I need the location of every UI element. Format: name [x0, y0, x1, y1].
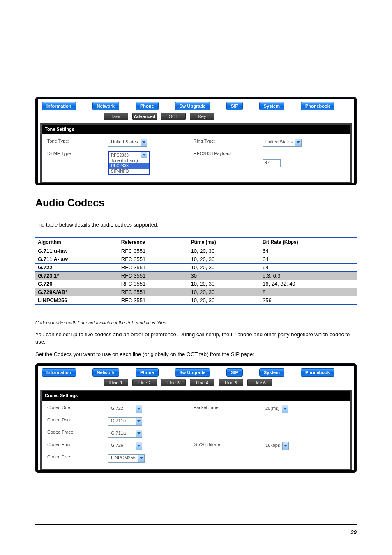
tab-sip[interactable]: SIP	[226, 102, 243, 110]
label-codec-three: Codec Three:	[47, 430, 105, 438]
subtab-line5[interactable]: Line 5	[219, 379, 243, 386]
tab-phonebook[interactable]: Phonebook	[301, 102, 334, 110]
chevron-down-icon	[136, 405, 142, 413]
subtab-line2[interactable]: Line 2	[132, 379, 157, 386]
select-ring-type[interactable]: United States	[263, 139, 302, 147]
select-codec-three[interactable]: G.711a	[108, 430, 142, 438]
chevron-down-icon	[295, 139, 301, 146]
tab-phone[interactable]: Phone	[136, 102, 159, 110]
chevron-down-icon	[141, 139, 147, 146]
tab-phonebook[interactable]: Phonebook	[301, 368, 334, 377]
th-bitrate: Bit Rate (Kbps)	[260, 237, 357, 247]
table-row: G.723.1* RFC 3551 30 5.3, 6.3	[35, 271, 357, 280]
select-g726-bitrate-value: 16kbps	[263, 442, 282, 450]
select-tone-type-value: United States	[108, 139, 141, 146]
table-row: LINPCM256 RFC 3551 10, 20, 30 256	[35, 296, 357, 305]
tone-settings-screenshot: Information Network Phone Sw Upgrade SIP…	[35, 97, 357, 185]
select-codec-five-value: LINPCM256	[108, 455, 138, 462]
select-g726-bitrate[interactable]: 16kbps	[263, 442, 289, 450]
select-codec-one[interactable]: G.722	[108, 405, 142, 413]
subtab-line6[interactable]: Line 6	[247, 379, 272, 386]
subtab-line3[interactable]: Line 3	[161, 379, 186, 386]
text-codec-body1: You can select up to five codecs and an …	[35, 331, 357, 345]
table-row: G.729A/AB* RFC 3551 10, 20, 30 8	[35, 288, 357, 296]
label-rfc2833-payload: RFC2833 Payload:	[194, 151, 259, 175]
th-ptime: Ptime (ms)	[188, 237, 260, 247]
select-codec-four-value: G.726	[108, 442, 136, 450]
label-dtmf-type: DTMF Type:	[47, 151, 105, 175]
table-row: G.726 RFC 3551 10, 20, 30 16, 24, 32, 40	[35, 280, 357, 288]
select-packet-time-value: 20(ms)	[263, 405, 282, 413]
label-tone-type: Tone Type:	[47, 139, 105, 147]
text-codec-body2: Set the Codecs you want to use on each l…	[35, 351, 357, 358]
subtab-line4[interactable]: Line 4	[190, 379, 214, 386]
label-packet-time: Packet Time:	[194, 405, 259, 413]
select-codec-two[interactable]: G.711u	[108, 417, 142, 426]
chevron-down-icon	[282, 442, 288, 450]
select-codec-four[interactable]: G.726	[108, 442, 142, 450]
chevron-down-icon	[136, 430, 142, 437]
input-rfc2833-payload[interactable]: 97	[263, 159, 281, 167]
tab-system[interactable]: System	[259, 102, 284, 110]
tab-information[interactable]: Information	[42, 102, 76, 110]
table-row: G.722 RFC 3551 10, 20, 30 64	[35, 263, 357, 271]
text-audio-intro: The table below details the audio codecs…	[35, 221, 357, 229]
chevron-down-icon	[138, 455, 144, 462]
tab-network[interactable]: Network	[92, 368, 119, 377]
page-footer-rule	[35, 524, 357, 525]
select-codec-one-value: G.722	[108, 405, 136, 413]
subtab-oct[interactable]: OCT	[161, 113, 186, 120]
label-ring-type: Ring Type:	[194, 139, 259, 147]
table-row: G.711 A-law RFC 3551 10, 20, 30 64	[35, 255, 357, 263]
th-algorithm: Algorithm	[35, 237, 119, 247]
select-codec-three-value: G.711a	[108, 430, 136, 437]
dtmf-option[interactable]: Tone (In Band)	[109, 158, 149, 163]
select-codec-five[interactable]: LINPCM256	[108, 454, 145, 462]
label-g726-bitrate: G.726 Bitrate:	[194, 442, 259, 450]
tab-sw-upgrade[interactable]: Sw Upgrade	[175, 368, 210, 377]
subtab-basic[interactable]: Basic	[104, 113, 128, 120]
chevron-down-icon	[136, 418, 142, 425]
tab-sw-upgrade[interactable]: Sw Upgrade	[175, 102, 210, 110]
chevron-down-icon	[141, 152, 147, 158]
select-dtmf-type[interactable]: RFC2833 Tone (In Band) RFC2833 SIP-INFO	[109, 152, 149, 174]
page-number: 39	[351, 529, 357, 535]
subtab-advanced[interactable]: Advanced	[132, 113, 157, 120]
tab-sip[interactable]: SIP	[226, 368, 243, 377]
select-ring-type-value: United States	[263, 139, 295, 146]
tab-phone[interactable]: Phone	[136, 368, 159, 377]
text-codec-footnote: Codecs marked with * are not available i…	[35, 320, 357, 326]
select-tone-type[interactable]: United States	[108, 139, 147, 147]
select-packet-time[interactable]: 20(ms)	[263, 405, 288, 413]
label-codec-four: Codec Four:	[47, 442, 105, 450]
subtab-line1[interactable]: Line 1	[104, 379, 128, 386]
select-codec-two-value: G.711u	[108, 418, 136, 425]
chevron-down-icon	[136, 442, 142, 450]
label-codec-two: Codec Two:	[47, 417, 105, 426]
codec-table: Algorithm Reference Ptime (ms) Bit Rate …	[35, 237, 357, 305]
chevron-down-icon	[282, 405, 288, 413]
label-codec-one: Codec One:	[47, 405, 105, 413]
dtmf-option-selected[interactable]: RFC2833	[109, 163, 149, 169]
tab-system[interactable]: System	[259, 368, 284, 377]
table-row: G.711 u-law RFC 3551 10, 20, 30 64	[35, 247, 357, 255]
th-reference: Reference	[119, 237, 189, 247]
codec-settings-screenshot: Information Network Phone Sw Upgrade SIP…	[35, 363, 357, 473]
label-codec-five: Codec Five:	[47, 454, 105, 462]
page-top-rule	[35, 35, 357, 35]
dtmf-option[interactable]: RFC2833	[111, 153, 129, 158]
tab-information[interactable]: Information	[42, 368, 76, 377]
heading-audio-codecs: Audio Codecs	[35, 197, 357, 209]
tab-network[interactable]: Network	[92, 102, 119, 110]
dtmf-highlight-outline: RFC2833 Tone (In Band) RFC2833 SIP-INFO	[108, 151, 150, 175]
dtmf-option[interactable]: SIP-INFO	[109, 169, 149, 174]
subtab-key[interactable]: Key	[190, 113, 214, 120]
